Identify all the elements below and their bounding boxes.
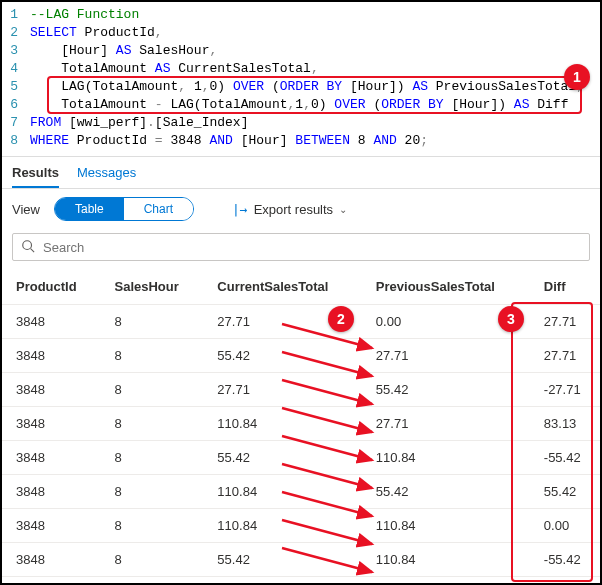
- code-content[interactable]: TotalAmount AS CurrentSalesTotal,: [30, 60, 319, 78]
- line-number: 8: [2, 132, 30, 150]
- code-content[interactable]: SELECT ProductId,: [30, 24, 163, 42]
- cell: 83.13: [203, 577, 361, 586]
- column-header[interactable]: PreviousSalesTotal: [362, 269, 530, 305]
- cell: 110.84: [362, 441, 530, 475]
- cell: 3848: [2, 305, 101, 339]
- code-line[interactable]: 1--LAG Function: [2, 6, 600, 24]
- table-row[interactable]: 3848855.42110.84-55.42: [2, 441, 600, 475]
- table-row[interactable]: 38488110.8455.4255.42: [2, 475, 600, 509]
- cell: 55.42: [530, 475, 600, 509]
- cell: -27.71: [530, 373, 600, 407]
- cell: -55.42: [530, 543, 600, 577]
- cell: 3848: [2, 441, 101, 475]
- tab-results[interactable]: Results: [12, 165, 59, 188]
- cell: 55.42: [203, 339, 361, 373]
- export-results-button[interactable]: |→ Export results ⌄: [232, 202, 347, 217]
- cell: 83.13: [530, 407, 600, 441]
- svg-line-1: [31, 248, 35, 252]
- cell: 55.42: [362, 475, 530, 509]
- cell: 55.42: [362, 577, 530, 586]
- cell: 27.71: [362, 407, 530, 441]
- cell: 55.42: [203, 543, 361, 577]
- cell: 110.84: [203, 509, 361, 543]
- chevron-down-icon: ⌄: [339, 204, 347, 215]
- cell: -55.42: [530, 441, 600, 475]
- cell: 27.71: [362, 339, 530, 373]
- column-header[interactable]: ProductId: [2, 269, 101, 305]
- cell: 27.71: [530, 305, 600, 339]
- table-row[interactable]: 3848855.42110.84-55.42: [2, 543, 600, 577]
- cell: 55.42: [362, 373, 530, 407]
- cell: 27.71: [530, 577, 600, 586]
- view-toggle: Table Chart: [54, 197, 194, 221]
- line-number: 1: [2, 6, 30, 24]
- cell: 3848: [2, 339, 101, 373]
- cell: 8: [101, 373, 204, 407]
- code-content[interactable]: TotalAmount - LAG(TotalAmount,1,0) OVER …: [30, 96, 568, 114]
- export-label: Export results: [254, 202, 333, 217]
- code-line[interactable]: 7FROM [wwi_perf].[Sale_Index]: [2, 114, 600, 132]
- cell: 3848: [2, 407, 101, 441]
- cell: 3848: [2, 543, 101, 577]
- code-content[interactable]: --LAG Function: [30, 6, 139, 24]
- cell: 0.00: [362, 305, 530, 339]
- cell: 8: [101, 509, 204, 543]
- export-icon: |→: [232, 202, 248, 217]
- line-number: 6: [2, 96, 30, 114]
- table-row[interactable]: 3848827.7155.42-27.71: [2, 373, 600, 407]
- line-number: 2: [2, 24, 30, 42]
- table-row[interactable]: 3848883.1355.4227.71: [2, 577, 600, 586]
- column-header[interactable]: CurrentSalesTotal: [203, 269, 361, 305]
- cell: 3848: [2, 509, 101, 543]
- cell: 27.71: [203, 305, 361, 339]
- cell: 110.84: [203, 407, 361, 441]
- line-number: 7: [2, 114, 30, 132]
- cell: 8: [101, 339, 204, 373]
- view-chart-button[interactable]: Chart: [124, 198, 193, 220]
- cell: 3848: [2, 475, 101, 509]
- cell: 8: [101, 441, 204, 475]
- table-row[interactable]: 38488110.84110.840.00: [2, 509, 600, 543]
- table-row[interactable]: 3848827.710.0027.71: [2, 305, 600, 339]
- cell: 110.84: [203, 475, 361, 509]
- cell: 110.84: [362, 543, 530, 577]
- code-line[interactable]: 3 [Hour] AS SalesHour,: [2, 42, 600, 60]
- results-table: ProductIdSalesHourCurrentSalesTotalPrevi…: [2, 269, 600, 585]
- tab-messages[interactable]: Messages: [77, 165, 136, 188]
- results-tabs: Results Messages: [2, 157, 600, 189]
- cell: 55.42: [203, 441, 361, 475]
- code-content[interactable]: LAG(TotalAmount, 1,0) OVER (ORDER BY [Ho…: [30, 78, 584, 96]
- search-icon: [21, 239, 35, 256]
- view-table-button[interactable]: Table: [55, 198, 124, 220]
- line-number: 3: [2, 42, 30, 60]
- cell: 3848: [2, 577, 101, 586]
- cell: 27.71: [203, 373, 361, 407]
- table-header-row: ProductIdSalesHourCurrentSalesTotalPrevi…: [2, 269, 600, 305]
- cell: 110.84: [362, 509, 530, 543]
- cell: 8: [101, 407, 204, 441]
- search-box[interactable]: [12, 233, 590, 261]
- code-line[interactable]: 2SELECT ProductId,: [2, 24, 600, 42]
- column-header[interactable]: Diff: [530, 269, 600, 305]
- table-row[interactable]: 38488110.8427.7183.13: [2, 407, 600, 441]
- code-content[interactable]: WHERE ProductId = 3848 AND [Hour] BETWEE…: [30, 132, 428, 150]
- line-number: 5: [2, 78, 30, 96]
- cell: 8: [101, 543, 204, 577]
- code-line[interactable]: 4 TotalAmount AS CurrentSalesTotal,: [2, 60, 600, 78]
- code-content[interactable]: [Hour] AS SalesHour,: [30, 42, 217, 60]
- code-content[interactable]: FROM [wwi_perf].[Sale_Index]: [30, 114, 248, 132]
- code-line[interactable]: 5 LAG(TotalAmount, 1,0) OVER (ORDER BY […: [2, 78, 600, 96]
- table-row[interactable]: 3848855.4227.7127.71: [2, 339, 600, 373]
- cell: 8: [101, 577, 204, 586]
- search-input[interactable]: [43, 240, 581, 255]
- cell: 3848: [2, 373, 101, 407]
- column-header[interactable]: SalesHour: [101, 269, 204, 305]
- svg-point-0: [23, 240, 32, 249]
- cell: 8: [101, 305, 204, 339]
- results-toolbar: View Table Chart |→ Export results ⌄: [2, 189, 600, 229]
- code-line[interactable]: 8WHERE ProductId = 3848 AND [Hour] BETWE…: [2, 132, 600, 150]
- cell: 0.00: [530, 509, 600, 543]
- code-line[interactable]: 6 TotalAmount - LAG(TotalAmount,1,0) OVE…: [2, 96, 600, 114]
- cell: 27.71: [530, 339, 600, 373]
- sql-editor[interactable]: 1--LAG Function2SELECT ProductId,3 [Hour…: [2, 2, 600, 157]
